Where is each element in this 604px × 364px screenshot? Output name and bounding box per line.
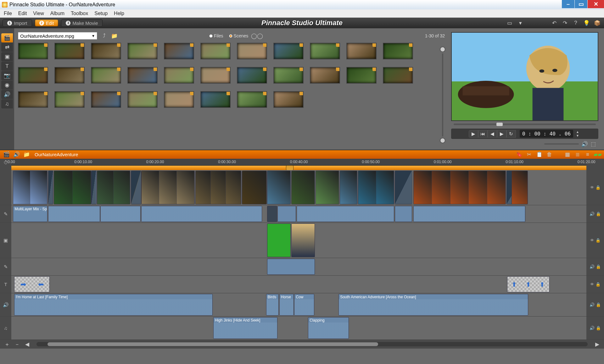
go-start-button[interactable]: ⏮ bbox=[478, 130, 488, 138]
mute-icon[interactable]: 🔊 bbox=[581, 141, 588, 147]
timeline-video-clip[interactable] bbox=[242, 171, 267, 204]
timeline-transition[interactable] bbox=[395, 171, 412, 204]
category-music[interactable]: ♫ bbox=[1, 99, 13, 108]
toolbox-video-icon[interactable]: 🎬 bbox=[3, 152, 9, 158]
album-thumbnail[interactable] bbox=[91, 67, 121, 84]
scroll-left-icon[interactable]: ◀ bbox=[24, 341, 30, 347]
timeline-video-clip[interactable] bbox=[512, 171, 528, 204]
preview-monitor[interactable] bbox=[451, 32, 598, 121]
track-head-icon[interactable]: ✎ bbox=[0, 258, 11, 275]
lock-icon[interactable]: 🔒 bbox=[596, 282, 601, 287]
timeline-video-clip[interactable] bbox=[340, 171, 358, 204]
shuttle-slider[interactable] bbox=[544, 143, 579, 145]
view-files-radio[interactable]: Files bbox=[209, 33, 223, 38]
album-thumbnail[interactable] bbox=[237, 91, 267, 108]
track-head-icon[interactable]: T bbox=[0, 276, 11, 293]
trash-icon[interactable]: 🗑 bbox=[546, 152, 552, 158]
folder-icon[interactable]: 📁 bbox=[23, 152, 30, 158]
album-thumbnail[interactable] bbox=[18, 91, 48, 108]
lock-icon[interactable]: 🔒 bbox=[596, 326, 601, 330]
album-thumbnail[interactable] bbox=[383, 67, 413, 84]
timeline-video-clip[interactable] bbox=[141, 171, 195, 204]
track-audio-main[interactable]: ✎ MultiLayer Mix - Split 🔊🔒 bbox=[0, 205, 604, 223]
timeline-transition[interactable] bbox=[48, 171, 53, 204]
status-meter-icon[interactable]: ▰▰ bbox=[595, 152, 601, 158]
close-button[interactable]: ✕ bbox=[588, 0, 604, 8]
scroll-down-icon[interactable] bbox=[440, 138, 445, 143]
lock-icon[interactable]: 🔒 bbox=[596, 302, 601, 307]
scroll-right-icon[interactable]: ▶ bbox=[594, 341, 600, 347]
category-titles[interactable]: T bbox=[1, 62, 13, 71]
menu-toolbox[interactable]: Toolbox bbox=[68, 10, 91, 17]
undo-icon[interactable]: ↶ bbox=[551, 20, 557, 26]
parent-folder-icon[interactable]: ⤴ bbox=[101, 33, 107, 39]
playhead-icon[interactable] bbox=[286, 165, 294, 170]
maximize-button[interactable]: ▭ bbox=[575, 0, 587, 8]
track-head-icon[interactable] bbox=[0, 170, 11, 205]
album-thumbnail[interactable] bbox=[273, 91, 304, 108]
album-thumbnail[interactable] bbox=[310, 43, 340, 59]
timeline-scrubber[interactable] bbox=[11, 166, 586, 170]
clipboard-icon[interactable]: 📋 bbox=[536, 152, 542, 158]
album-thumbnail[interactable] bbox=[54, 43, 85, 59]
album-scrollbar[interactable] bbox=[440, 43, 445, 147]
tab-make-movie[interactable]: 3 Make Movie bbox=[61, 19, 103, 27]
scene-detect-icon[interactable]: ◯◯ bbox=[254, 33, 260, 39]
view-scenes-radio[interactable]: Scenes bbox=[229, 33, 249, 38]
album-thumbnail[interactable] bbox=[200, 43, 231, 59]
timeline-audio-clip[interactable]: Cow bbox=[294, 294, 314, 316]
tab-edit[interactable]: 2 Edit bbox=[35, 19, 59, 27]
timeline-ruler[interactable]: 0.000:00:10.000:00:20.000:00:30.000:00:4… bbox=[11, 159, 586, 166]
menu-setup[interactable]: Setup bbox=[92, 10, 110, 17]
category-transitions[interactable]: ⇄ bbox=[1, 43, 13, 52]
track-overlay-audio[interactable]: ✎ 🔊🔒 bbox=[0, 258, 604, 276]
album-file-dropdown[interactable]: OurNatureAdventure.mpg ▼ bbox=[18, 32, 97, 40]
album-thumbnail[interactable] bbox=[164, 43, 194, 59]
album-thumbnail[interactable] bbox=[237, 67, 267, 84]
minimize-button[interactable]: – bbox=[562, 0, 574, 8]
timeline-video-clip[interactable] bbox=[13, 171, 48, 204]
album-thumbnail[interactable] bbox=[273, 43, 304, 59]
timeline-video-clip[interactable] bbox=[358, 171, 394, 204]
eye-icon[interactable]: 👁 bbox=[590, 185, 594, 190]
timeline-video-clip[interactable] bbox=[97, 171, 130, 204]
timeline-audio-clip[interactable]: Clapping bbox=[308, 317, 349, 339]
lock-icon[interactable]: 🔒 bbox=[596, 238, 601, 243]
album-thumbnail[interactable] bbox=[91, 91, 121, 108]
mute-icon[interactable]: 🔊 bbox=[590, 302, 595, 307]
menu-help[interactable]: Help bbox=[111, 10, 127, 17]
timeline-video-clip[interactable] bbox=[291, 171, 315, 204]
folder-icon[interactable]: 📁 bbox=[111, 33, 117, 39]
category-video[interactable]: 🎬 bbox=[1, 33, 13, 42]
scroll-up-icon[interactable] bbox=[440, 47, 445, 52]
album-thumbnail[interactable] bbox=[54, 91, 85, 108]
menu-album[interactable]: Album bbox=[48, 10, 67, 17]
menu-view[interactable]: View bbox=[31, 10, 46, 17]
album-thumbnail[interactable] bbox=[127, 91, 158, 108]
screen-icon[interactable]: ▭ bbox=[506, 20, 513, 26]
step-fwd-button[interactable]: ▶ bbox=[497, 130, 506, 138]
menu-file[interactable]: File bbox=[1, 10, 14, 17]
zoom-in-icon[interactable]: ＋ bbox=[4, 341, 10, 347]
category-photos[interactable]: 📷 bbox=[1, 71, 13, 80]
loop-button[interactable]: ↻ bbox=[506, 130, 516, 138]
album-thumbnail[interactable] bbox=[127, 43, 158, 59]
fullscreen-icon[interactable]: ⬚ bbox=[590, 141, 596, 147]
lock-icon[interactable]: 🔒 bbox=[596, 185, 601, 190]
timeline-audio-clip[interactable]: South American Adventure [Aross the Ocea… bbox=[338, 294, 528, 316]
album-thumbnail[interactable] bbox=[18, 67, 48, 84]
category-montage[interactable]: ▣ bbox=[1, 52, 13, 61]
album-thumbnail[interactable] bbox=[273, 67, 304, 84]
album-thumbnail[interactable] bbox=[18, 43, 48, 59]
album-thumbnail[interactable] bbox=[383, 43, 413, 59]
timecode-display[interactable]: 0 : 00 : 40 . 06 bbox=[520, 130, 573, 138]
album-thumbnail[interactable] bbox=[164, 67, 194, 84]
album-thumbnail[interactable] bbox=[200, 67, 231, 84]
album-thumbnail[interactable] bbox=[346, 43, 377, 59]
track-music[interactable]: 🔊 I'm Home at Last [Family Time]BirdsHor… bbox=[0, 293, 604, 317]
menu-edit[interactable]: Edit bbox=[16, 10, 30, 17]
album-thumbnail[interactable] bbox=[346, 67, 377, 84]
album-thumbnail[interactable] bbox=[127, 67, 158, 84]
eye-icon[interactable]: 👁 bbox=[590, 238, 594, 243]
album-thumbnail[interactable] bbox=[91, 43, 121, 59]
